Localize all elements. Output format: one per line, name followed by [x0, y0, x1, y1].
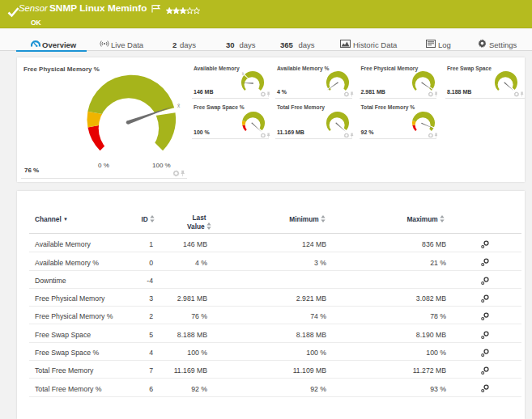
svg-text:x̄: x̄: [177, 103, 181, 108]
svg-text:x̄: x̄: [241, 71, 244, 76]
